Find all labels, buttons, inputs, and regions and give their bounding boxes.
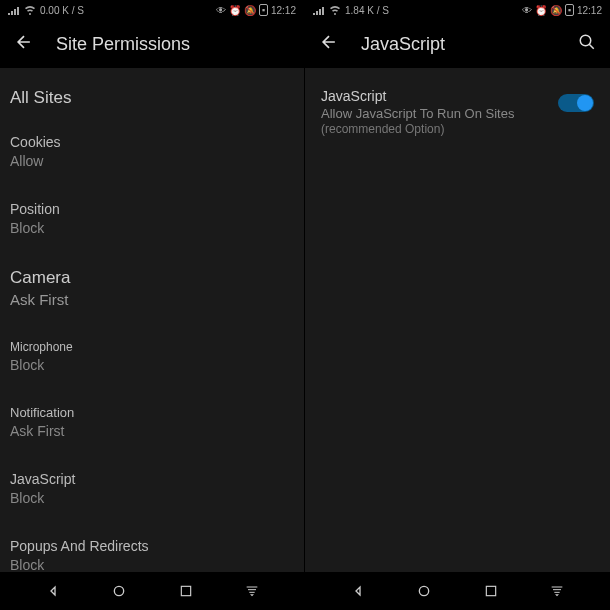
setting-value: Block bbox=[10, 357, 294, 373]
setting-value: Block bbox=[10, 220, 294, 236]
battery-icon: ▪ bbox=[565, 4, 574, 16]
nav-back-icon[interactable] bbox=[44, 582, 62, 600]
svg-rect-4 bbox=[486, 586, 495, 595]
svg-point-0 bbox=[580, 35, 591, 46]
status-bar-left: 0.00 K / S 👁 ⏰ 🔕 ▪ 12:12 bbox=[0, 0, 304, 20]
content-left: All Sites Cookies Allow Position Block C… bbox=[0, 68, 304, 610]
search-icon[interactable] bbox=[578, 33, 596, 56]
network-speed-right: 1.84 K / S bbox=[345, 5, 389, 16]
dnd-icon: 🔕 bbox=[550, 5, 562, 16]
nav-bar bbox=[0, 572, 610, 610]
setting-cookies[interactable]: Cookies Allow bbox=[10, 124, 294, 179]
alarm-icon: ⏰ bbox=[535, 5, 547, 16]
javascript-toggle-row[interactable]: JavaScript Allow JavaScript To Run On Si… bbox=[315, 80, 600, 144]
setting-label: JavaScript bbox=[10, 471, 294, 487]
nav-home-icon[interactable] bbox=[110, 582, 128, 600]
setting-camera[interactable]: Camera Ask First bbox=[10, 258, 294, 318]
toggle-knob bbox=[577, 95, 593, 111]
setting-value: Block bbox=[10, 490, 294, 506]
header-right: JavaScript bbox=[305, 20, 610, 68]
page-title-right: JavaScript bbox=[361, 34, 445, 55]
svg-rect-2 bbox=[181, 586, 190, 595]
page-title-left: Site Permissions bbox=[56, 34, 190, 55]
back-arrow-left[interactable] bbox=[14, 32, 34, 57]
status-bar-right: 1.84 K / S 👁 ⏰ 🔕 ▪ 12:12 bbox=[305, 0, 610, 20]
setting-notification[interactable]: Notification Ask First bbox=[10, 395, 294, 449]
eye-icon: 👁 bbox=[522, 5, 532, 16]
section-all-sites: All Sites bbox=[10, 80, 294, 124]
alarm-icon: ⏰ bbox=[229, 5, 241, 16]
back-arrow-right[interactable] bbox=[319, 32, 339, 57]
time-right: 12:12 bbox=[577, 5, 602, 16]
setting-microphone[interactable]: Microphone Block bbox=[10, 330, 294, 383]
nav-back-icon[interactable] bbox=[349, 582, 367, 600]
setting-value: Ask First bbox=[10, 423, 294, 439]
js-title: JavaScript bbox=[321, 88, 558, 104]
setting-position[interactable]: Position Block bbox=[10, 191, 294, 246]
network-speed-left: 0.00 K / S bbox=[40, 5, 84, 16]
content-right: JavaScript Allow JavaScript To Run On Si… bbox=[305, 68, 610, 610]
nav-home-icon[interactable] bbox=[415, 582, 433, 600]
setting-value: Block bbox=[10, 557, 294, 573]
wifi-icon bbox=[329, 5, 341, 15]
js-recommended: (recommended Option) bbox=[321, 122, 558, 136]
time-left: 12:12 bbox=[271, 5, 296, 16]
setting-label: Position bbox=[10, 201, 294, 217]
eye-icon: 👁 bbox=[216, 5, 226, 16]
setting-javascript[interactable]: JavaScript Block bbox=[10, 461, 294, 516]
javascript-toggle[interactable] bbox=[558, 94, 594, 112]
setting-label: Camera bbox=[10, 268, 294, 288]
battery-icon: ▪ bbox=[259, 4, 268, 16]
signal-icon bbox=[8, 5, 20, 15]
svg-point-1 bbox=[115, 586, 124, 595]
nav-recent-icon[interactable] bbox=[177, 582, 195, 600]
nav-dropdown-icon[interactable] bbox=[243, 582, 261, 600]
wifi-icon bbox=[24, 5, 36, 15]
nav-dropdown-icon[interactable] bbox=[548, 582, 566, 600]
nav-recent-icon[interactable] bbox=[482, 582, 500, 600]
setting-label: Popups And Redirects bbox=[10, 538, 294, 554]
setting-label: Notification bbox=[10, 405, 294, 420]
setting-label: Cookies bbox=[10, 134, 294, 150]
setting-label: Microphone bbox=[10, 340, 294, 354]
js-subtitle: Allow JavaScript To Run On Sites bbox=[321, 106, 558, 121]
dnd-icon: 🔕 bbox=[244, 5, 256, 16]
setting-value: Ask First bbox=[10, 291, 294, 308]
header-left: Site Permissions bbox=[0, 20, 304, 68]
signal-icon bbox=[313, 5, 325, 15]
svg-point-3 bbox=[420, 586, 429, 595]
setting-value: Allow bbox=[10, 153, 294, 169]
